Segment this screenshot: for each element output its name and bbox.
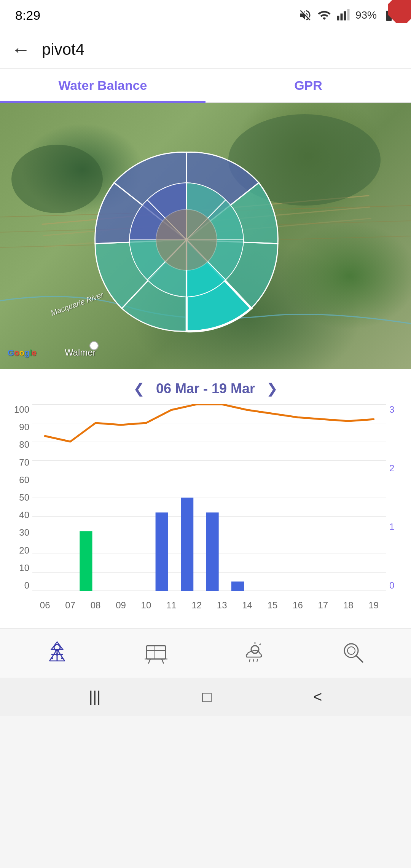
nav-search[interactable] [335, 634, 373, 672]
bottom-navigation [0, 628, 411, 678]
chart-plot [32, 404, 386, 591]
svg-line-15 [49, 649, 57, 661]
y-axis-left: 100 90 80 70 60 50 40 30 20 10 0 [8, 404, 32, 591]
svg-rect-3 [347, 9, 349, 21]
svg-rect-2 [344, 11, 346, 21]
chart-svg [32, 404, 386, 591]
svg-point-26 [251, 646, 259, 653]
bar-11 [156, 512, 168, 591]
bar-08 [80, 531, 92, 591]
page-title: pivot4 [42, 40, 84, 59]
next-date-button[interactable]: ❯ [266, 381, 278, 397]
pivot-svg [76, 133, 297, 346]
system-home-button[interactable]: □ [202, 688, 212, 705]
nav-pivot[interactable] [38, 634, 76, 672]
svg-line-25 [162, 659, 164, 664]
signal-icon [336, 8, 350, 22]
svg-rect-20 [147, 646, 166, 659]
bar-12 [181, 498, 193, 591]
map-area[interactable]: Macquarie River Google Walmer [0, 103, 411, 369]
svg-rect-1 [340, 14, 342, 21]
prev-date-button[interactable]: ❮ [133, 381, 145, 397]
y-axis-right: 3 2 1 0 [386, 404, 403, 591]
bar-14 [231, 582, 244, 591]
top-bar: ← pivot4 [0, 30, 411, 69]
google-watermark: Google [8, 348, 37, 358]
svg-point-19 [61, 657, 63, 659]
irrigation-nav-icon [143, 640, 169, 667]
status-time: 8:29 [15, 8, 40, 23]
svg-line-30 [253, 659, 254, 662]
svg-point-17 [56, 653, 58, 656]
svg-marker-13 [51, 642, 63, 649]
svg-point-9 [156, 209, 217, 270]
battery-text: 93% [355, 9, 377, 21]
moisture-line [45, 404, 374, 442]
system-nav-bar: ||| □ < [0, 678, 411, 716]
status-icons: 93% [298, 8, 396, 22]
wifi-icon [317, 8, 331, 22]
nav-weather[interactable] [236, 634, 274, 672]
svg-line-28 [260, 644, 261, 645]
weather-nav-icon [242, 640, 268, 667]
svg-line-24 [148, 659, 150, 664]
tab-gpr[interactable]: GPR [206, 69, 411, 102]
back-button[interactable]: ← [11, 40, 30, 59]
system-back-button[interactable]: < [313, 688, 322, 705]
svg-line-16 [57, 649, 65, 661]
mute-icon [298, 8, 312, 22]
bar-13 [206, 512, 218, 591]
date-range-label: 06 Mar - 19 Mar [156, 381, 255, 397]
search-nav-icon [341, 640, 367, 667]
tab-bar: Water Balance GPR [0, 69, 411, 103]
svg-line-29 [249, 659, 250, 662]
svg-point-18 [51, 657, 53, 659]
x-axis: 06 07 08 09 10 11 12 13 14 15 16 17 18 1… [32, 593, 386, 617]
chart-section: ❮ 06 Mar - 19 Mar ❯ 100 90 80 70 60 50 4… [0, 369, 411, 628]
svg-point-34 [347, 647, 355, 654]
pivot-nav-icon [44, 640, 70, 667]
pivot-visualization [76, 133, 297, 346]
location-name: Walmer [65, 347, 96, 358]
chart-wrapper: 100 90 80 70 60 50 40 30 20 10 0 3 2 1 0 [8, 404, 403, 617]
tab-water-balance[interactable]: Water Balance [0, 69, 206, 102]
status-bar: 8:29 93% [0, 0, 411, 30]
date-navigation: ❮ 06 Mar - 19 Mar ❯ [8, 381, 403, 397]
svg-rect-0 [337, 16, 339, 21]
system-menu-button[interactable]: ||| [89, 688, 101, 705]
svg-line-33 [356, 656, 363, 662]
nav-irrigation[interactable] [137, 634, 175, 672]
svg-line-31 [257, 659, 258, 662]
